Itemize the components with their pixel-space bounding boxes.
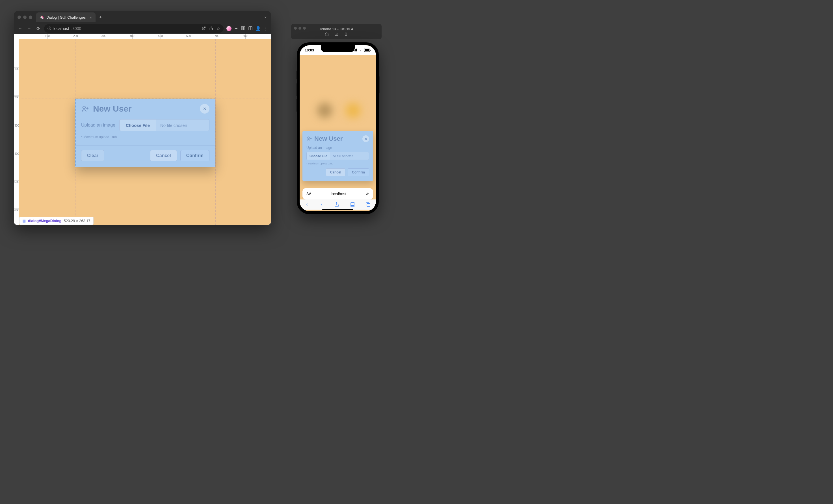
mobile-choose-file-button[interactable]: Choose File xyxy=(306,152,330,160)
screenshot-icon[interactable] xyxy=(334,32,338,36)
browser-viewport: 100200300400500600700800900 100200300400… xyxy=(14,34,271,225)
background-blur-icon xyxy=(317,103,332,118)
simulator-toolbar xyxy=(325,32,348,36)
bookmark-icon[interactable]: ☆ xyxy=(216,26,220,31)
mobile-dialog: New User Upload an image Choose File no … xyxy=(303,131,373,181)
minimize-dot[interactable] xyxy=(23,16,27,19)
phone-notch xyxy=(321,45,355,52)
safari-url: localhost xyxy=(311,192,366,196)
close-dot[interactable] xyxy=(294,27,297,30)
bookmarks-icon[interactable] xyxy=(350,202,355,207)
fullscreen-dot[interactable] xyxy=(29,16,32,19)
choose-file-button[interactable]: Choose File xyxy=(119,119,156,131)
mobile-file-status: no file selected xyxy=(330,152,369,160)
close-dialog-button[interactable] xyxy=(200,104,210,114)
url-host: localhost xyxy=(53,26,69,31)
address-bar[interactable]: ⓘ localhost:3000 ☆ xyxy=(44,24,223,33)
home-icon[interactable] xyxy=(325,32,329,36)
forward-icon[interactable] xyxy=(319,202,324,207)
confirm-button[interactable]: Confirm xyxy=(180,150,210,161)
side-button xyxy=(296,99,297,111)
tab-title: Dialog | GUI Challenges xyxy=(46,15,86,20)
share-icon[interactable] xyxy=(209,26,213,31)
svg-rect-27 xyxy=(367,203,370,206)
sim-window-controls xyxy=(294,27,306,30)
file-input: Choose File No file chosen xyxy=(119,119,210,131)
mobile-confirm-button[interactable]: Confirm xyxy=(348,168,369,176)
extensions-icon[interactable]: ✦ xyxy=(234,26,238,31)
close-dot[interactable] xyxy=(18,16,21,19)
window-controls xyxy=(18,16,32,19)
svg-rect-19 xyxy=(365,49,370,51)
svg-rect-13 xyxy=(345,33,347,35)
profile-icon[interactable]: 👤 xyxy=(256,26,261,31)
mobile-upload-label: Upload an image xyxy=(306,146,369,150)
user-plus-icon xyxy=(81,105,89,113)
svg-rect-20 xyxy=(370,49,371,51)
dialog-header: New User xyxy=(75,99,215,118)
site-info-icon[interactable]: ⓘ xyxy=(47,26,51,31)
dialog-body: Upload an image Choose File No file chos… xyxy=(75,118,215,145)
home-indicator[interactable] xyxy=(322,209,353,210)
mobile-close-button[interactable] xyxy=(362,135,369,142)
reload-icon[interactable]: ⟳ xyxy=(366,192,369,196)
side-button xyxy=(296,83,297,96)
menu-icon[interactable]: ⋮ xyxy=(264,26,268,31)
upload-hint: * Maximum upload 1mb xyxy=(81,135,210,139)
forward-button[interactable]: → xyxy=(26,26,32,31)
wifi-icon xyxy=(358,49,363,52)
cancel-button[interactable]: Cancel xyxy=(150,150,177,161)
background-blur-icon xyxy=(346,103,361,118)
page-content: New User Upload an image Choose File No … xyxy=(19,39,271,225)
svg-rect-3 xyxy=(243,27,245,30)
mobile-hint: * Maximum upload 1mb xyxy=(306,162,369,165)
extension-indicator-icon[interactable] xyxy=(227,26,232,31)
rotate-icon[interactable] xyxy=(344,32,348,36)
mobile-cancel-button[interactable]: Cancel xyxy=(326,168,346,176)
browser-tab[interactable]: 🦄 Dialog | GUI Challenges × xyxy=(36,12,96,22)
reload-button[interactable]: ⟳ xyxy=(35,26,41,31)
back-icon[interactable] xyxy=(305,202,309,207)
file-status-text: No file chosen xyxy=(156,119,210,131)
guide-line xyxy=(215,39,216,225)
share-icon[interactable] xyxy=(334,202,339,207)
svg-rect-17 xyxy=(356,49,357,51)
svg-line-0 xyxy=(204,27,205,28)
tabs-icon[interactable] xyxy=(365,202,371,207)
element-dimensions: 520.29 × 263.17 xyxy=(64,219,90,223)
phone-screen: 10:03 New User Uploa xyxy=(300,45,376,211)
status-icons xyxy=(353,49,371,52)
svg-rect-16 xyxy=(355,49,356,51)
panel-icon[interactable] xyxy=(248,26,253,31)
element-badge-icon: ▦ xyxy=(22,219,26,223)
status-time: 10:03 xyxy=(305,48,314,52)
element-selector: dialog#MegaDialog xyxy=(28,219,61,223)
browser-window: 🦄 Dialog | GUI Challenges × + ← → ⟳ ⓘ lo… xyxy=(14,11,271,225)
simulator-name: iPhone 13 – iOS 15.4 xyxy=(320,27,353,31)
user-plus-icon xyxy=(306,136,312,142)
svg-point-12 xyxy=(336,34,337,35)
browser-toolbar: ← → ⟳ ⓘ localhost:3000 ☆ ✦ xyxy=(14,23,271,34)
text-size-icon[interactable]: AA xyxy=(306,192,311,196)
fullscreen-dot[interactable] xyxy=(303,27,306,30)
clear-button[interactable]: Clear xyxy=(81,150,104,161)
back-button[interactable]: ← xyxy=(17,26,23,31)
svg-rect-11 xyxy=(335,33,338,35)
minimize-dot[interactable] xyxy=(299,27,301,30)
url-port: :3000 xyxy=(71,26,81,31)
tabs-overflow-icon[interactable] xyxy=(263,15,267,19)
media-icon[interactable] xyxy=(241,26,245,31)
side-button xyxy=(379,76,380,93)
svg-point-6 xyxy=(83,106,86,109)
open-external-icon[interactable] xyxy=(202,26,206,31)
upload-label: Upload an image xyxy=(81,123,115,128)
ruler-horizontal: 100200300400500600700800900 xyxy=(19,34,271,39)
mobile-dialog-header: New User xyxy=(306,135,369,143)
mobile-page-content: New User Upload an image Choose File no … xyxy=(300,55,376,186)
dialog-footer: Clear Cancel Confirm xyxy=(75,145,215,167)
new-tab-button[interactable]: + xyxy=(99,15,102,20)
close-tab-icon[interactable]: × xyxy=(90,15,92,20)
phone-device: 10:03 New User Uploa xyxy=(297,42,379,214)
safari-address-bar[interactable]: AA localhost ⟳ xyxy=(303,188,373,199)
dialog-title: New User xyxy=(93,104,132,114)
